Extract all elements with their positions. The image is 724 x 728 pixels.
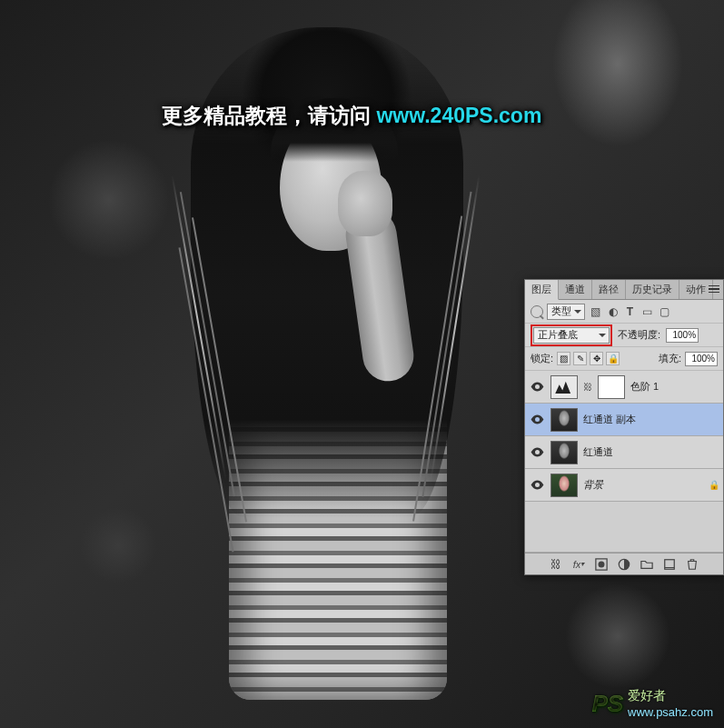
blend-mode-value: 正片叠底 xyxy=(538,328,578,342)
lock-pixels-icon[interactable]: ✎ xyxy=(573,352,587,365)
link-layers-icon[interactable]: ⛓ xyxy=(549,557,563,572)
lock-transparency-icon[interactable]: ▨ xyxy=(557,352,570,365)
opacity-label: 不透明度: xyxy=(618,328,660,342)
fill-label: 填充: xyxy=(659,352,681,365)
layer-thumb xyxy=(550,408,578,432)
lock-label: 锁定: xyxy=(531,352,553,365)
lock-all-icon[interactable]: 🔒 xyxy=(606,352,620,365)
new-layer-icon[interactable] xyxy=(662,557,677,572)
filter-kind-label: 类型 xyxy=(551,304,571,318)
layer-name[interactable]: 背景 xyxy=(583,478,703,492)
panel-menu-icon[interactable] xyxy=(707,283,721,295)
visibility-eye-icon[interactable] xyxy=(529,444,545,461)
layer-item-background[interactable]: 背景 🔒 xyxy=(525,469,723,502)
layers-panel: 图层 通道 路径 历史记录 动作 类型 ▧ ◐ T ▭ ▢ 正片叠底 不透明度:… xyxy=(524,279,724,575)
blend-mode-select[interactable]: 正片叠底 xyxy=(533,327,610,344)
layer-item-red-copy[interactable]: 红通道 副本 xyxy=(525,404,723,436)
panel-tabs: 图层 通道 路径 历史记录 动作 xyxy=(525,280,723,300)
lock-position-icon[interactable]: ✥ xyxy=(590,352,603,365)
layer-fx-icon[interactable]: fx▾ xyxy=(571,557,586,572)
visibility-eye-icon[interactable] xyxy=(529,379,545,395)
layer-item-levels[interactable]: ⛓ 色阶 1 xyxy=(525,371,723,404)
filter-kind-select[interactable]: 类型 xyxy=(547,304,585,320)
new-group-icon[interactable] xyxy=(640,557,654,572)
new-adjustment-icon[interactable] xyxy=(617,557,631,572)
watermark-top: 更多精品教程，请访问 www.240PS.com xyxy=(162,102,541,130)
delete-layer-icon[interactable] xyxy=(685,557,699,572)
layer-thumb xyxy=(550,474,578,497)
watermark-label: 爱好者 www.psahz.com xyxy=(628,688,713,719)
visibility-eye-icon[interactable] xyxy=(529,412,545,428)
mask-link-icon[interactable]: ⛓ xyxy=(583,382,592,392)
lock-icon: 🔒 xyxy=(709,480,719,491)
filter-search-icon[interactable] xyxy=(531,305,543,318)
tab-history[interactable]: 历史记录 xyxy=(626,280,679,299)
layer-item-red[interactable]: 红通道 xyxy=(525,436,723,469)
visibility-eye-icon[interactable] xyxy=(529,477,545,494)
blend-row: 正片叠底 不透明度: 100% xyxy=(525,324,723,347)
tab-paths[interactable]: 路径 xyxy=(592,280,626,299)
layer-name[interactable]: 色阶 1 xyxy=(630,380,719,394)
tab-channels[interactable]: 通道 xyxy=(559,280,592,299)
filter-shape-icon[interactable]: ▭ xyxy=(640,304,654,318)
tab-layers[interactable]: 图层 xyxy=(525,280,559,300)
filter-smart-icon[interactable]: ▢ xyxy=(658,304,671,318)
watermark-bottom-right: PS 爱好者 www.psahz.com xyxy=(591,688,713,719)
svg-point-1 xyxy=(599,561,605,567)
ps-logo-icon: PS xyxy=(591,690,623,718)
layer-thumb xyxy=(550,441,578,464)
layer-name[interactable]: 红通道 副本 xyxy=(583,413,719,426)
watermark-text: 更多精品教程，请访问 xyxy=(162,104,376,127)
lock-icons: ▨ ✎ ✥ 🔒 xyxy=(557,352,620,365)
layer-thumb-adjustment-icon xyxy=(550,375,578,399)
watermark-url: www.240PS.com xyxy=(376,104,541,127)
photo-subject xyxy=(164,27,491,718)
filter-pixel-icon[interactable]: ▧ xyxy=(589,304,602,318)
filter-adjust-icon[interactable]: ◐ xyxy=(606,304,620,318)
layer-name[interactable]: 红通道 xyxy=(583,445,719,459)
filter-type-icon[interactable]: T xyxy=(623,304,637,318)
lock-row: 锁定: ▨ ✎ ✥ 🔒 填充: 100% xyxy=(525,347,723,371)
blend-mode-highlight: 正片叠底 xyxy=(531,324,612,346)
layers-empty-area xyxy=(525,502,723,553)
filter-row: 类型 ▧ ◐ T ▭ ▢ xyxy=(525,300,723,324)
fill-input[interactable]: 100% xyxy=(685,352,718,366)
opacity-input[interactable]: 100% xyxy=(666,328,699,343)
layer-mask-thumb xyxy=(598,375,625,399)
panel-footer: ⛓ fx▾ xyxy=(525,553,723,574)
layers-list: ⛓ 色阶 1 红通道 副本 红通道 背景 🔒 xyxy=(525,371,723,553)
add-mask-icon[interactable] xyxy=(594,557,609,572)
